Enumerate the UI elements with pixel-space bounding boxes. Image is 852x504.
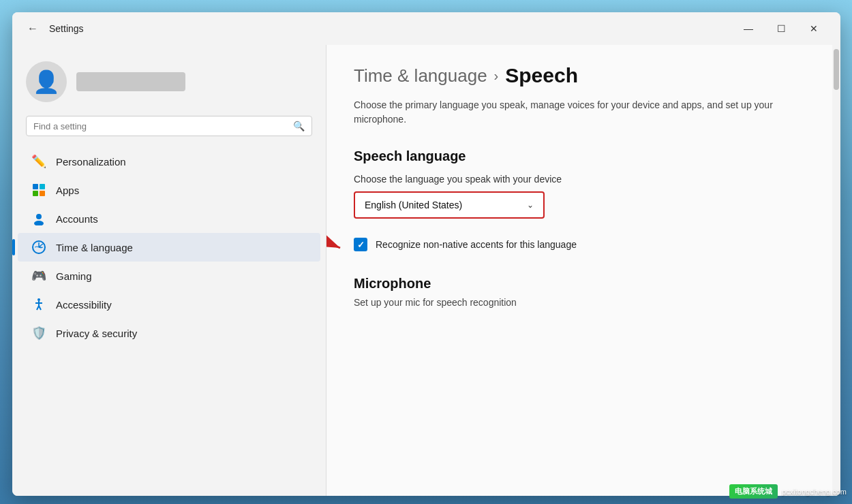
nav-label-accessibility: Accessibility bbox=[56, 299, 112, 311]
svg-point-4 bbox=[36, 214, 42, 219]
back-button[interactable]: ← bbox=[23, 19, 42, 38]
breadcrumb-current: Speech bbox=[505, 64, 578, 87]
scrollbar-track[interactable] bbox=[832, 45, 840, 496]
watermark-url: pcxitongcheng.com bbox=[782, 488, 847, 496]
scrollbar-thumb[interactable] bbox=[834, 49, 839, 90]
content-panel: Time & language › Speech Choose the prim… bbox=[326, 45, 832, 496]
nav-label-personalization: Personalization bbox=[56, 156, 126, 168]
language-selected-text: English (United States) bbox=[365, 200, 462, 210]
privacy-security-icon: 🛡️ bbox=[31, 326, 46, 341]
user-profile: 👤 bbox=[12, 53, 326, 116]
accessibility-icon bbox=[31, 297, 46, 312]
sidebar-item-privacy-security[interactable]: 🛡️ Privacy & security bbox=[18, 319, 320, 347]
maximize-button[interactable]: ☐ bbox=[765, 18, 797, 40]
mic-description: Set up your mic for speech recognition bbox=[354, 297, 805, 308]
watermark: 电脑系统城 pcxitongcheng.com bbox=[729, 484, 847, 499]
checkbox-row: ✓ Recognize non-native accents for this … bbox=[354, 238, 805, 251]
username-placeholder bbox=[76, 72, 185, 91]
language-select-wrapper: English (United States) ⌄ bbox=[354, 191, 545, 219]
checkmark-icon: ✓ bbox=[357, 240, 365, 250]
speech-language-section: Speech language Choose the language you … bbox=[354, 148, 805, 238]
svg-point-9 bbox=[37, 298, 40, 301]
main-content: 👤 🔍 ✏️ Personalization bbox=[12, 45, 840, 496]
sidebar-item-time-language[interactable]: Time & language bbox=[18, 233, 320, 262]
svg-point-5 bbox=[34, 221, 44, 225]
breadcrumb: Time & language › Speech bbox=[354, 64, 805, 87]
microphone-section: Microphone Set up your mic for speech re… bbox=[354, 276, 805, 308]
nav-label-apps: Apps bbox=[56, 185, 79, 196]
svg-rect-0 bbox=[33, 184, 38, 189]
sidebar-item-apps[interactable]: Apps bbox=[18, 176, 320, 204]
watermark-badge: 电脑系统城 bbox=[729, 484, 778, 499]
svg-line-13 bbox=[39, 306, 41, 310]
breadcrumb-arrow: › bbox=[494, 68, 499, 84]
non-native-accents-checkbox[interactable]: ✓ bbox=[354, 238, 367, 251]
checkbox-label: Recognize non-native accents for this la… bbox=[376, 239, 577, 250]
accounts-icon bbox=[31, 211, 46, 226]
window-controls: — ☐ ✕ bbox=[733, 18, 830, 40]
search-box[interactable]: 🔍 bbox=[26, 116, 312, 136]
svg-rect-3 bbox=[40, 191, 45, 196]
settings-window: ← Settings — ☐ ✕ 👤 🔍 ✏️ bbox=[12, 12, 840, 496]
nav-label-privacy-security: Privacy & security bbox=[56, 328, 137, 339]
speech-language-subtitle: Choose the language you speak with your … bbox=[354, 174, 805, 185]
time-language-icon bbox=[31, 240, 46, 255]
titlebar: ← Settings — ☐ ✕ bbox=[12, 12, 840, 45]
breadcrumb-parent: Time & language bbox=[354, 65, 487, 86]
chevron-down-icon: ⌄ bbox=[527, 200, 534, 210]
sidebar: 👤 🔍 ✏️ Personalization bbox=[12, 45, 326, 496]
avatar: 👤 bbox=[26, 61, 67, 102]
window-title: Settings bbox=[49, 23, 84, 34]
speech-language-title: Speech language bbox=[354, 148, 805, 164]
gaming-icon: 🎮 bbox=[31, 268, 46, 283]
nav-label-accounts: Accounts bbox=[56, 213, 98, 225]
microphone-title: Microphone bbox=[354, 276, 805, 292]
sidebar-item-personalization[interactable]: ✏️ Personalization bbox=[18, 147, 320, 176]
nav-label-time-language: Time & language bbox=[56, 242, 133, 253]
page-description: Choose the primary language you speak, m… bbox=[354, 98, 805, 127]
personalization-icon: ✏️ bbox=[31, 154, 46, 169]
language-dropdown[interactable]: English (United States) ⌄ bbox=[354, 191, 545, 219]
apps-icon bbox=[31, 183, 46, 198]
sidebar-item-gaming[interactable]: 🎮 Gaming bbox=[18, 262, 320, 290]
sidebar-item-accessibility[interactable]: Accessibility bbox=[18, 290, 320, 319]
nav-label-gaming: Gaming bbox=[56, 270, 92, 282]
svg-rect-2 bbox=[33, 191, 38, 196]
user-icon: 👤 bbox=[33, 69, 60, 95]
sidebar-item-accounts[interactable]: Accounts bbox=[18, 204, 320, 233]
close-button[interactable]: ✕ bbox=[798, 18, 830, 40]
minimize-button[interactable]: — bbox=[733, 18, 764, 40]
svg-rect-1 bbox=[40, 184, 45, 189]
search-input[interactable] bbox=[33, 121, 288, 131]
search-icon: 🔍 bbox=[293, 121, 305, 131]
